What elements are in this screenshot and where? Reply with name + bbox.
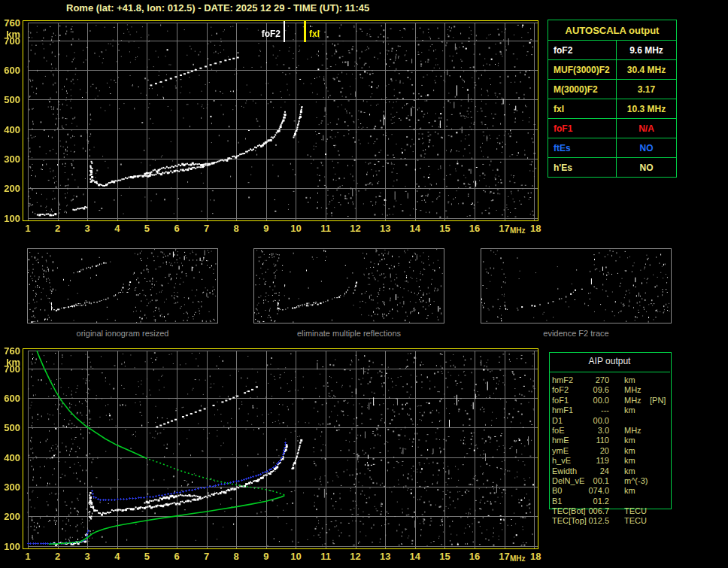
aip-value: 119 bbox=[578, 456, 609, 465]
processing-panel-2-canvas bbox=[253, 248, 444, 323]
aip-unit: km bbox=[624, 436, 635, 445]
autoscala-row-fxI: fxI10.3 MHz bbox=[548, 99, 677, 119]
autoscala-screen: Rome (lat: +41.8, lon: 012.5) - DATE: 20… bbox=[0, 0, 728, 568]
aip-value: 270 bbox=[578, 375, 609, 384]
bottom_ionogram-xtick-14: 14 bbox=[406, 551, 424, 562]
aip-label: B1 bbox=[552, 497, 562, 506]
bottom_ionogram-xtick-16: 16 bbox=[466, 551, 484, 562]
autoscala-row-M(3000)F2: M(3000)F23.17 bbox=[548, 80, 677, 99]
aip-label: hmF2 bbox=[552, 375, 573, 384]
bottom_ionogram-xtick-4: 4 bbox=[108, 551, 126, 562]
top_ionogram-ytick-500: 500 bbox=[0, 94, 20, 105]
bottom_ionogram-ytick-300: 300 bbox=[0, 481, 20, 493]
top_ionogram-canvas bbox=[23, 20, 538, 221]
top_ionogram-xtick-16: 16 bbox=[466, 223, 484, 234]
top_ionogram-xtick-12: 12 bbox=[347, 223, 365, 234]
aip-label: h_vE bbox=[552, 456, 571, 465]
aip-unit: km bbox=[624, 456, 635, 465]
processing-panel-2: eliminate multiple reflections bbox=[253, 248, 444, 338]
autoscala-row-MUF(3000)F2: MUF(3000)F230.4 MHz bbox=[548, 60, 677, 80]
bottom_ionogram-xtick-11: 11 bbox=[317, 551, 335, 562]
bottom_ionogram-ytick-500: 500 bbox=[0, 422, 20, 433]
top_ionogram-xtick-7: 7 bbox=[198, 223, 216, 234]
autoscala-param-value: 3.17 bbox=[617, 80, 677, 99]
aip-unit: TECU bbox=[624, 506, 647, 515]
processing-panel-1: original ionogram resized bbox=[27, 248, 218, 338]
aip-row-Ewidth: Ewidth24km bbox=[549, 466, 672, 476]
bottom_ionogram-xtick-3: 3 bbox=[78, 551, 96, 562]
top_ionogram-xtick-18: 18 bbox=[526, 223, 544, 234]
aip-label: Ewidth bbox=[552, 466, 577, 475]
top_ionogram-ytick-760: 760 bbox=[0, 17, 20, 29]
autoscala-param-value: 9.6 MHz bbox=[617, 41, 677, 60]
top_ionogram-ytick-100: 100 bbox=[0, 213, 20, 224]
aip-row-TEC[Bot]: TEC[Bot]006.7TECU bbox=[549, 506, 672, 516]
top_ionogram-xtick-13: 13 bbox=[376, 223, 394, 234]
processing-panel-3-canvas bbox=[481, 248, 672, 323]
top_ionogram-xaxis-unit: MHz bbox=[510, 226, 526, 235]
top_ionogram-ytick-600: 600 bbox=[0, 65, 20, 76]
processing-panel-1-canvas bbox=[27, 248, 218, 323]
bottom_ionogram-xtick-12: 12 bbox=[347, 551, 365, 562]
aip-unit: MHz bbox=[624, 426, 642, 435]
aip-value: 20 bbox=[578, 446, 609, 455]
bottom_ionogram-xtick-18: 18 bbox=[526, 551, 544, 562]
aip-label: B0 bbox=[552, 486, 562, 495]
aip-value: 01.2 bbox=[578, 497, 609, 506]
autoscala-param-value: 10.3 MHz bbox=[617, 99, 677, 119]
aip-row-foF1: foF100.0MHz[PN] bbox=[549, 396, 672, 405]
aip-row-foF2: foF209.6MHz bbox=[549, 385, 672, 395]
top_ionogram-xtick-2: 2 bbox=[49, 223, 67, 234]
aip-row-hmF2: hmF2270km bbox=[549, 375, 672, 385]
top_ionogram-xtick-4: 4 bbox=[108, 223, 126, 234]
aip-unit: km bbox=[624, 375, 635, 384]
aip-header-divider bbox=[549, 372, 670, 372]
autoscala-param-label: foF1 bbox=[548, 119, 617, 138]
top_ionogram-ytick-200: 200 bbox=[0, 183, 20, 194]
bottom_ionogram-xtick-15: 15 bbox=[435, 551, 453, 562]
top_ionogram-xtick-11: 11 bbox=[317, 223, 335, 234]
aip-label: foE bbox=[552, 426, 565, 435]
aip-row-hmE: hmE110km bbox=[549, 436, 672, 445]
aip-extra: [PN] bbox=[650, 396, 666, 405]
bottom_ionogram-xtick-10: 10 bbox=[287, 551, 305, 562]
autoscala-param-label: ftEs bbox=[548, 138, 617, 158]
aip-value: 006.7 bbox=[578, 506, 609, 515]
autoscala-param-label: h'Es bbox=[548, 158, 617, 178]
aip-row-hmF1: hmF1---km bbox=[549, 405, 672, 415]
autoscala-param-label: M(3000)F2 bbox=[548, 80, 617, 99]
bottom_ionogram-xtick-2: 2 bbox=[49, 551, 67, 562]
autoscala-row-foF2: foF29.6 MHz bbox=[548, 41, 677, 60]
top_ionogram-ytick-400: 400 bbox=[0, 124, 20, 135]
aip-table-title: AIP output bbox=[549, 356, 670, 366]
autoscala-param-label: foF2 bbox=[548, 41, 617, 60]
aip-unit: m^(-3) bbox=[624, 476, 648, 485]
autoscala-param-label: fxI bbox=[548, 99, 617, 119]
aip-value: 110 bbox=[578, 436, 609, 445]
top_ionogram-xtick-15: 15 bbox=[435, 223, 453, 234]
aip-unit: TECU bbox=[624, 516, 647, 525]
processing-panel-3-caption: evidence F2 trace bbox=[481, 329, 672, 338]
autoscala-param-label: MUF(3000)F2 bbox=[548, 60, 617, 80]
top_ionogram-xtick-3: 3 bbox=[78, 223, 96, 234]
top_ionogram-xtick-9: 9 bbox=[257, 223, 275, 234]
autoscala-table-title: AUTOSCALA output bbox=[548, 20, 677, 41]
bottom_ionogram-xtick-7: 7 bbox=[198, 551, 216, 562]
aip-row-DelN_vE: DelN_vE00.1m^(-3) bbox=[549, 476, 672, 486]
station-title: Rome (lat: +41.8, lon: 012.5) - DATE: 20… bbox=[66, 2, 369, 14]
top_ionogram-xtick-10: 10 bbox=[287, 223, 305, 234]
aip-unit: km bbox=[624, 466, 635, 475]
bottom_ionogram-ytick-760: 760 bbox=[0, 345, 20, 357]
top_ionogram-yaxis-unit: km bbox=[0, 29, 20, 40]
aip-label: foF2 bbox=[552, 385, 569, 394]
bottom_ionogram-xtick-8: 8 bbox=[227, 551, 245, 562]
autoscala-param-value: NO bbox=[617, 158, 677, 178]
top_ionogram-xtick-6: 6 bbox=[168, 223, 186, 234]
bottom_ionogram-ytick-400: 400 bbox=[0, 452, 20, 463]
aip-unit: km bbox=[624, 446, 635, 455]
autoscala-row-foF1: foF1N/A bbox=[548, 119, 677, 138]
aip-label: hmF1 bbox=[552, 405, 573, 415]
top_ionogram-xtick-5: 5 bbox=[138, 223, 156, 234]
bottom_ionogram-xaxis-unit: MHz bbox=[510, 554, 526, 563]
aip-row-B0: B0074.0km bbox=[549, 486, 672, 496]
